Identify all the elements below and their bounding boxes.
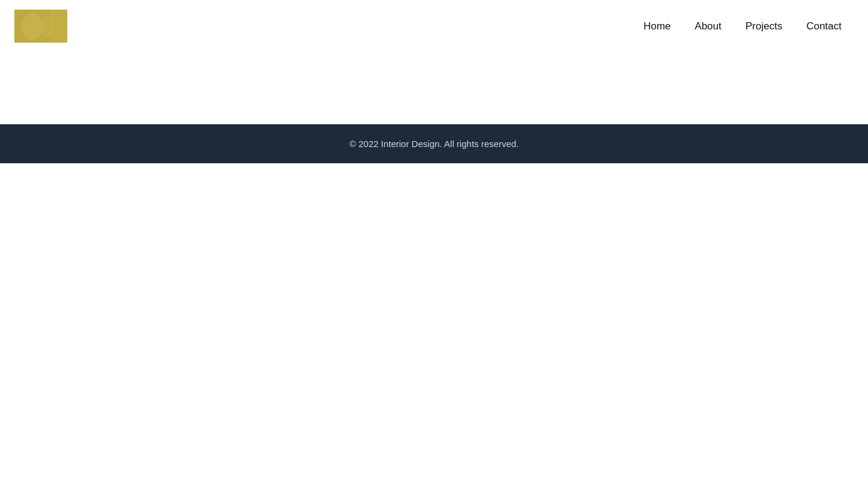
main-nav: Home About Projects Contact	[631, 16, 854, 37]
site-footer: © 2022 Interior Design. All rights reser…	[0, 124, 868, 163]
site-header: Home About Projects Contact	[0, 0, 868, 52]
svg-point-3	[40, 16, 55, 37]
nav-about[interactable]: About	[683, 16, 733, 37]
nav-projects[interactable]: Projects	[733, 16, 794, 37]
svg-point-2	[22, 13, 43, 40]
footer-copyright: © 2022 Interior Design. All rights reser…	[14, 139, 854, 149]
logo[interactable]	[14, 10, 67, 43]
svg-rect-0	[14, 10, 67, 43]
main-content	[0, 52, 868, 124]
svg-rect-1	[14, 10, 50, 43]
nav-contact[interactable]: Contact	[794, 16, 854, 37]
nav-home[interactable]: Home	[631, 16, 682, 37]
